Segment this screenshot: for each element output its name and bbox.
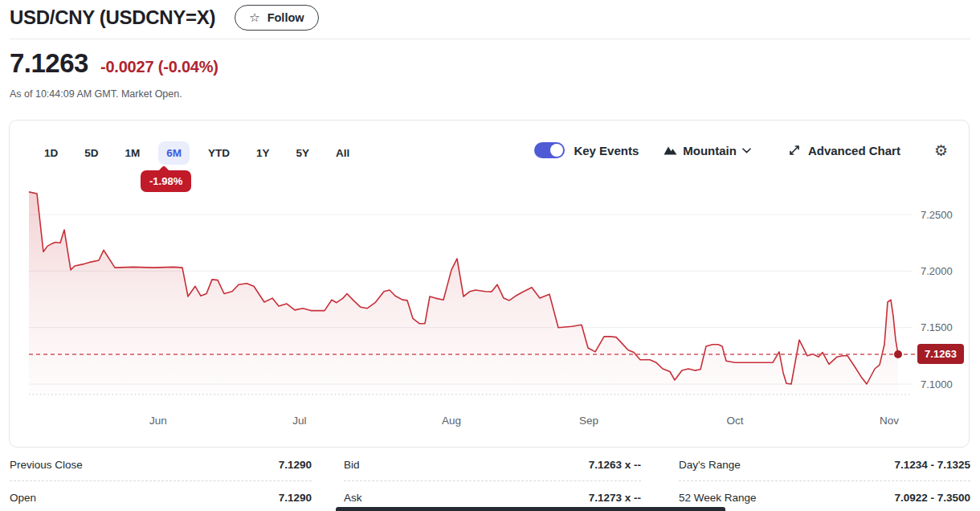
- stats-column-2: Bid 7.1263 x -- Ask 7.1273 x --: [344, 448, 641, 511]
- stat-value: 7.0922 - 7.3500: [894, 492, 970, 504]
- stat-value: 7.1234 - 7.1325: [894, 459, 970, 471]
- current-price-tag: 7.1263: [917, 344, 964, 364]
- chart-type-dropdown[interactable]: Mountain: [664, 144, 751, 157]
- chart-card: 7.25007.20007.15007.1000JunJulAugSepOctN…: [9, 120, 970, 448]
- star-icon: ☆: [249, 12, 259, 24]
- stat-previous-close: Previous Close 7.1290: [10, 448, 312, 481]
- stat-label: Bid: [344, 459, 360, 471]
- stat-value: 7.1290: [279, 459, 312, 471]
- range-tab-5y[interactable]: 5Y: [288, 141, 318, 165]
- range-tab-6m[interactable]: 6M: [158, 141, 190, 165]
- stat-label: Open: [10, 492, 36, 504]
- quote-page: { "header": { "title": "USD/CNY (USDCNY=…: [0, 0, 980, 511]
- advanced-chart-button[interactable]: Advanced Chart: [788, 144, 900, 157]
- stat-label: 52 Week Range: [679, 492, 757, 504]
- stat-value: 7.1263 x --: [589, 459, 641, 471]
- svg-text:7.1500: 7.1500: [921, 321, 953, 333]
- chart-type-label: Mountain: [683, 144, 737, 157]
- page-title: USD/CNY (USDCNY=X): [10, 6, 215, 29]
- range-tab-ytd[interactable]: YTD: [200, 141, 238, 165]
- mountain-icon: [664, 145, 677, 155]
- current-price: 7.1263: [10, 48, 88, 79]
- key-events-label: Key Events: [574, 144, 639, 157]
- range-change-badge: -1.98%: [141, 170, 191, 192]
- stats-column-1: Previous Close 7.1290 Open 7.1290: [10, 448, 312, 511]
- price-change-percent: (-0.04%): [158, 58, 218, 76]
- stat-label: Day's Range: [679, 459, 741, 471]
- stat-value: 7.1290: [279, 492, 312, 504]
- svg-text:7.2000: 7.2000: [921, 265, 953, 277]
- stats-column-3: Day's Range 7.1234 - 7.1325 52 Week Rang…: [679, 448, 970, 511]
- stat-label: Previous Close: [10, 459, 83, 471]
- stat-bid: Bid 7.1263 x --: [344, 448, 641, 481]
- range-tab-1m[interactable]: 1M: [117, 141, 149, 165]
- chevron-down-icon: [742, 148, 751, 153]
- price-change: -0.0027 (-0.04%): [100, 58, 218, 76]
- svg-text:Aug: Aug: [442, 415, 461, 427]
- range-tab-all[interactable]: All: [328, 141, 357, 165]
- svg-text:Jun: Jun: [149, 415, 167, 427]
- quote-price-row: 7.1263 -0.0027 (-0.04%): [10, 48, 218, 79]
- bottom-partial-element: [336, 507, 725, 511]
- range-tab-1d[interactable]: 1D: [36, 141, 66, 165]
- header-divider: [10, 39, 970, 39]
- range-tab-1y[interactable]: 1Y: [248, 141, 278, 165]
- stat-days-range: Day's Range 7.1234 - 7.1325: [679, 448, 970, 481]
- stat-label: Ask: [344, 492, 362, 504]
- svg-text:7.1000: 7.1000: [921, 378, 953, 390]
- as-of-timestamp: As of 10:44:09 AM GMT. Market Open.: [10, 88, 182, 100]
- svg-text:Nov: Nov: [880, 415, 899, 427]
- stat-value: 7.1273 x --: [589, 492, 641, 504]
- follow-button[interactable]: ☆ Follow: [235, 5, 318, 31]
- svg-text:Oct: Oct: [726, 415, 743, 427]
- settings-gear-icon[interactable]: ⚙: [934, 143, 948, 158]
- svg-text:7.2500: 7.2500: [921, 209, 953, 221]
- chart-controls: Key Events Mountain Advanced Chart ⚙: [534, 142, 948, 158]
- follow-button-label: Follow: [267, 11, 304, 24]
- advanced-chart-label: Advanced Chart: [808, 144, 900, 157]
- quote-header: USD/CNY (USDCNY=X) ☆ Follow: [10, 5, 319, 31]
- stat-open: Open 7.1290: [10, 481, 312, 511]
- range-tabs: 1D 5D 1M 6M YTD 1Y 5Y All: [36, 141, 357, 165]
- expand-arrows-icon: [788, 144, 801, 157]
- key-events-toggle[interactable]: [534, 142, 565, 158]
- range-tab-5d[interactable]: 5D: [76, 141, 106, 165]
- svg-text:Sep: Sep: [579, 415, 598, 427]
- toggle-knob: [550, 144, 563, 157]
- svg-text:Jul: Jul: [292, 415, 306, 427]
